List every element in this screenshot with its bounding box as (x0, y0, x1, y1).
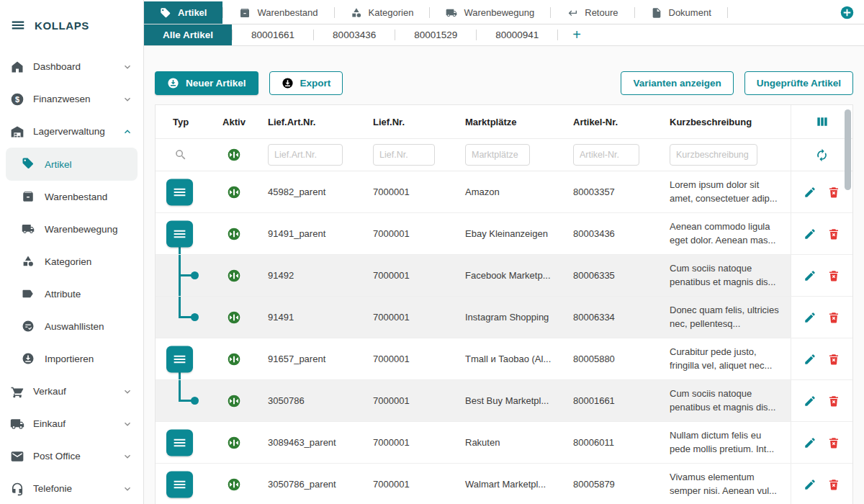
active-status-icon[interactable] (227, 227, 241, 241)
tab-artikel[interactable]: Artikel (144, 1, 222, 24)
sidebar-item-einkauf[interactable]: Einkauf (0, 408, 143, 440)
cell-marktplatz: Instagram Shopping (459, 297, 567, 338)
new-article-button[interactable]: Neuer Artikel (155, 71, 258, 95)
sidebar-item-warenbestand[interactable]: Warenbestand (0, 181, 143, 213)
delete-icon[interactable] (827, 269, 840, 282)
active-status-icon[interactable] (227, 477, 241, 492)
active-status-icon[interactable] (227, 352, 241, 366)
delete-icon[interactable] (827, 228, 840, 240)
scrollbar-thumb[interactable] (845, 109, 851, 190)
subtab-80001529[interactable]: 80001529 (395, 24, 476, 45)
chevron-down-icon (122, 418, 133, 430)
active-status-icon[interactable] (227, 436, 241, 450)
sidebar-item-auswahllisten[interactable]: Auswahllisten (0, 310, 143, 343)
sidebar-item-lagerverwaltung[interactable]: Lagerverwaltung (0, 115, 143, 148)
active-status-icon[interactable] (227, 269, 241, 283)
sidebar-item-telefonie[interactable]: Telefonie (0, 472, 143, 504)
sidebar-item-label: Kategorien (45, 256, 133, 267)
active-status-icon[interactable] (227, 185, 241, 199)
sidebar-item-finanzwesen[interactable]: Finanzwesen (0, 83, 143, 115)
sidebar-item-dashboard[interactable]: Dashboard (0, 50, 143, 83)
edit-icon[interactable] (804, 228, 816, 240)
edit-icon[interactable] (804, 436, 816, 449)
sidebar-item-artikel[interactable]: Artikel (6, 148, 138, 181)
checklist-icon (22, 320, 36, 334)
tab-warenbewegung[interactable]: Warenbewegung (430, 1, 550, 24)
delete-icon[interactable] (827, 311, 840, 324)
tab-retoure[interactable]: Retoure (551, 1, 634, 24)
subtab-80000941[interactable]: 80000941 (477, 24, 557, 45)
sidebar-item-label: Telefonie (33, 483, 113, 494)
cell-kurzbeschreibung: Vivamus elementum semper nisi. Aenean vu… (664, 464, 791, 504)
sidebar-item-importieren[interactable]: Importieren (0, 343, 143, 375)
table-row[interactable]: 91491 7000001 Instagram Shopping 8000633… (156, 297, 852, 338)
table-scrollbar[interactable] (845, 107, 851, 503)
tab-warenbestand[interactable]: Warenbestand (223, 1, 333, 24)
table-row[interactable]: 91492 7000001 Facebook Marketp... 800063… (156, 255, 852, 297)
add-tab-button[interactable] (840, 5, 855, 20)
cell-lief-art-nr: 91657_parent (262, 338, 367, 379)
sidebar-item-label: Einkauf (33, 418, 113, 429)
column-header-marktplaetze: Marktplätze (459, 117, 567, 127)
delete-icon[interactable] (827, 353, 840, 366)
sidebar-item-verkauf[interactable]: Verkauf (0, 375, 143, 408)
edit-icon[interactable] (804, 186, 816, 199)
filter-input-marktplaetze[interactable] (465, 144, 530, 166)
edit-icon[interactable] (804, 269, 816, 282)
subtab-80001661[interactable]: 80001661 (233, 24, 313, 45)
edit-icon[interactable] (804, 478, 816, 491)
article-type-list-icon[interactable] (166, 179, 193, 205)
article-subtabbar: Alle Artikel8000166180003436800015298000… (144, 24, 864, 46)
cell-actions (791, 464, 852, 504)
cell-lief-art-nr: 3089463_parent (262, 422, 367, 463)
article-type-list-icon[interactable] (166, 220, 193, 247)
sidebar-item-post-office[interactable]: Post Office (0, 440, 143, 472)
article-type-list-icon[interactable] (166, 429, 193, 456)
edit-icon[interactable] (804, 311, 816, 324)
sidebar-item-attribute[interactable]: Attribute (0, 278, 143, 310)
filter-input-lief-nr[interactable] (373, 144, 435, 166)
edit-icon[interactable] (804, 395, 816, 408)
sidebar-item-warenbewegung[interactable]: Warenbewegung (0, 213, 143, 246)
delete-icon[interactable] (827, 186, 840, 199)
active-status-icon[interactable] (227, 310, 241, 325)
table-row[interactable]: 45982_parent 7000001 Amazon 80003357 Lor… (156, 171, 852, 213)
article-type-list-icon[interactable] (166, 346, 193, 372)
table-row[interactable]: 3050786 7000001 Best Buy Marketpl... 800… (156, 380, 852, 422)
sidebar-item-kategorien[interactable]: Kategorien (0, 246, 143, 278)
tab-dokument[interactable]: Dokument (635, 1, 727, 24)
cell-aktiv (206, 380, 262, 421)
delete-icon[interactable] (827, 436, 840, 449)
cell-lief-nr: 7000001 (367, 297, 459, 338)
filter-input-kurzbeschreibung[interactable] (670, 144, 757, 166)
hamburger-menu-icon[interactable] (10, 17, 26, 33)
filter-input-artikel-nr[interactable] (573, 144, 639, 166)
delete-icon[interactable] (827, 395, 840, 408)
active-status-icon[interactable] (227, 394, 241, 408)
search-icon[interactable] (174, 148, 187, 161)
table-row[interactable]: 91491_parent 7000001 Ebay Kleinanzeigen … (156, 213, 852, 255)
cell-aktiv (206, 422, 262, 463)
article-type-list-icon[interactable] (166, 471, 193, 498)
subtab-alle-artikel[interactable]: Alle Artikel (144, 24, 232, 45)
cell-marktplatz: Amazon (459, 171, 567, 212)
refresh-icon[interactable] (815, 148, 829, 162)
table-row[interactable]: 3089463_parent 7000001 Rakuten 80006011 … (156, 422, 852, 464)
column-settings-icon[interactable] (815, 114, 829, 129)
cell-aktiv (206, 338, 262, 379)
chevron-down-icon (122, 386, 133, 397)
export-button[interactable]: Export (269, 71, 343, 95)
table-row[interactable]: 91657_parent 7000001 Tmall и Taobao (Al.… (156, 338, 852, 380)
delete-icon[interactable] (827, 478, 840, 491)
cell-kurzbeschreibung: Nullam dictum felis eu pede mollis preti… (664, 422, 791, 463)
active-filter-toggle-icon[interactable] (227, 148, 241, 162)
show-variants-button[interactable]: Varianten anzeigen (621, 71, 733, 95)
tab-kategorien[interactable]: Kategorien (335, 1, 430, 24)
edit-icon[interactable] (804, 353, 816, 366)
unchecked-articles-button[interactable]: Ungeprüfte Artikel (744, 71, 853, 95)
filter-input-lief-art-nr[interactable] (268, 144, 343, 166)
subtab-80003436[interactable]: 80003436 (314, 24, 395, 45)
add-article-tab-button[interactable]: + (558, 24, 595, 45)
table-row[interactable]: 3050786_parent 7000001 Walmart Marketpl.… (156, 464, 852, 504)
cell-artikel-nr: 80005880 (567, 338, 664, 379)
